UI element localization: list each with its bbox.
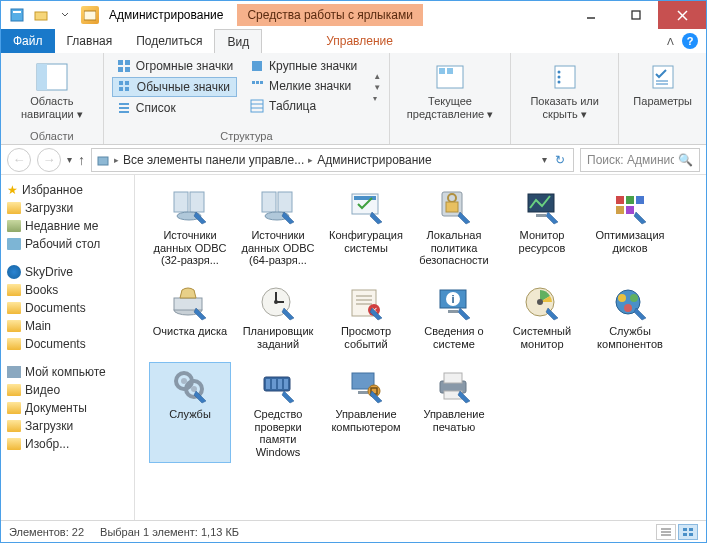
sidebar-item-docs[interactable]: Документы [3,399,132,417]
tab-manage[interactable]: Управление [314,29,405,53]
svg-rect-9 [37,64,47,90]
sidebar-item-books[interactable]: Books [3,281,132,299]
sidebar-item-downloads[interactable]: Загрузки [3,199,132,217]
sidebar-favorites-header[interactable]: ★Избранное [3,181,132,199]
main-pane: Источники данных ODBC (32-разря...Источн… [135,175,706,520]
folder-icon [7,284,21,296]
collapse-ribbon-icon[interactable]: ᐱ [667,36,674,47]
svg-rect-46 [354,196,376,200]
svg-rect-40 [190,192,204,212]
item-tile[interactable]: Оптимизация дисков [589,183,671,271]
item-tile[interactable]: iСведения о системе [413,279,495,354]
tab-view[interactable]: Вид [214,29,262,53]
item-tile[interactable]: Планировщик заданий [237,279,319,354]
layout-table[interactable]: Таблица [245,97,361,115]
layout-list[interactable]: Список [112,99,237,117]
app-icon [81,6,99,24]
qat-dropdown-icon[interactable] [55,5,75,25]
svg-rect-15 [125,81,129,85]
help-icon[interactable]: ? [682,33,698,49]
search-icon: 🔍 [678,153,693,167]
svg-rect-17 [125,87,129,91]
item-tile[interactable]: Службы компонентов [589,279,671,354]
svg-rect-23 [256,81,259,84]
sidebar-computer-header[interactable]: Мой компьюте [3,363,132,381]
up-button[interactable]: ↑ [78,152,85,168]
layout-scroll-down-icon[interactable]: ▼ [373,83,381,92]
item-tile[interactable]: Службы [149,362,231,463]
show-hide-button[interactable]: Показать или скрыть ▾ [519,57,610,124]
item-tile[interactable]: Источники данных ODBC (32-разря... [149,183,231,271]
back-button[interactable]: ← [7,148,31,172]
item-tile[interactable]: Управление компьютером [325,362,407,463]
forward-button[interactable]: → [37,148,61,172]
svg-rect-13 [125,67,130,72]
item-tile[interactable]: Конфигурация системы [325,183,407,271]
item-tile[interactable]: Локальная политика безопасности [413,183,495,271]
table-icon [249,98,265,114]
sidebar-item-recent[interactable]: Недавние ме [3,217,132,235]
svg-rect-5 [632,11,640,19]
item-tile[interactable]: Системный монитор [501,279,583,354]
close-button[interactable] [658,1,706,29]
sidebar-item-desktop[interactable]: Рабочий стол [3,235,132,253]
sidebar-item-video[interactable]: Видео [3,381,132,399]
svg-rect-1 [13,11,21,13]
sidebar-item-documents2[interactable]: Documents [3,335,132,353]
layout-normal-icons[interactable]: Обычные значки [112,77,237,97]
services-icon [166,366,214,406]
perfmon-icon [518,283,566,323]
new-folder-icon[interactable] [31,5,51,25]
tab-share[interactable]: Поделиться [124,29,214,53]
item-label: Локальная политика безопасности [415,229,493,267]
layout-large-icons[interactable]: Крупные значки [245,57,361,75]
svg-rect-38 [98,157,108,165]
sidebar-item-dl2[interactable]: Загрузки [3,417,132,435]
item-tile[interactable]: Управление печатью [413,362,495,463]
maximize-button[interactable] [613,1,658,29]
refresh-icon[interactable]: ↻ [551,153,569,167]
breadcrumb-seg1[interactable]: Все элементы панели управле... [123,153,304,167]
layout-small-icons[interactable]: Мелкие значки [245,77,361,95]
svg-rect-30 [447,68,453,74]
defrag-icon [606,187,654,227]
svg-rect-98 [683,528,687,531]
sidebar-item-documents[interactable]: Documents [3,299,132,317]
current-view-button[interactable]: Текущее представление ▾ [398,57,502,124]
ribbon-group-options: Параметры [619,53,706,144]
icons-view-button[interactable] [678,524,698,540]
svg-rect-53 [626,196,634,204]
breadcrumb[interactable]: ▸ Все элементы панели управле... ▸ Админ… [91,148,574,172]
item-tile[interactable]: Средство проверки памяти Windows [237,362,319,463]
group-label-layout: Структура [112,128,381,142]
item-tile[interactable]: Источники данных ODBC (64-разря... [237,183,319,271]
layout-scroll-up-icon[interactable]: ▲ [373,72,381,81]
navigation-pane-button[interactable]: Область навигации ▾ [9,57,95,124]
huge-icons-icon [116,58,132,74]
sidebar-skydrive-header[interactable]: SkyDrive [3,263,132,281]
history-dropdown-icon[interactable]: ▾ [67,154,72,165]
item-tile[interactable]: Очистка диска [149,279,231,354]
tab-home[interactable]: Главная [55,29,125,53]
compsvc-icon [606,283,654,323]
navigation-pane-label: Область навигации ▾ [15,95,89,120]
svg-rect-52 [616,196,624,204]
search-input[interactable]: Поиск: Админис... 🔍 [580,148,700,172]
details-view-button[interactable] [656,524,676,540]
item-tile[interactable]: Монитор ресурсов [501,183,583,271]
item-tile[interactable]: ✕Просмотр событий [325,279,407,354]
sidebar-item-main[interactable]: Main [3,317,132,335]
layout-expand-icon[interactable]: ▾ [373,94,381,103]
properties-icon[interactable] [7,5,27,25]
config-icon [342,187,390,227]
sidebar-item-img[interactable]: Изобр... [3,435,132,453]
breadcrumb-dropdown-icon[interactable]: ▾ [542,154,547,165]
current-view-label: Текущее представление ▾ [404,95,496,120]
minimize-button[interactable] [568,1,613,29]
layout-huge-icons[interactable]: Огромные значки [112,57,237,75]
breadcrumb-seg2[interactable]: Администрирование [317,153,431,167]
folder-icon [7,420,21,432]
tab-file[interactable]: Файл [1,29,55,53]
options-button[interactable]: Параметры [627,57,698,112]
group-label-panes: Области [9,128,95,142]
